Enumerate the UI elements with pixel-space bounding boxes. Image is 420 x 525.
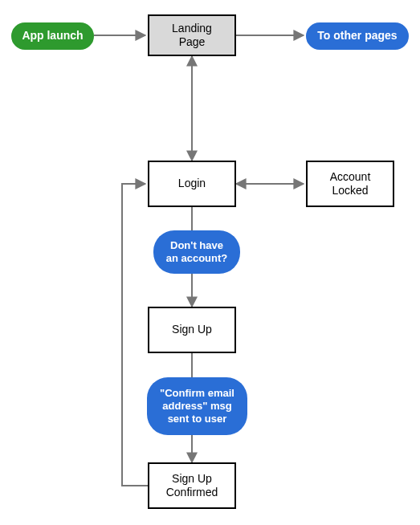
node-label: App launch [22,29,83,43]
node-sign-up: Sign Up [148,307,236,353]
node-label: Sign Up [172,323,212,337]
node-to-other-pages: To other pages [306,22,409,50]
node-label: LandingPage [172,22,212,50]
node-login: Login [148,161,236,207]
annotation-no-account: Don't havean account? [153,230,240,274]
edge-confirmed-back-to-login [122,184,148,486]
node-sign-up-confirmed: Sign UpConfirmed [148,462,236,509]
node-label: Sign UpConfirmed [166,472,218,500]
annotation-confirm-email: "Confirm emailaddress" msgsent to user [147,377,247,435]
node-landing-page: LandingPage [148,14,236,56]
node-account-locked: AccountLocked [306,161,394,207]
flow-diagram: App launch LandingPage To other pages Lo… [0,0,420,525]
node-label: To other pages [317,29,397,43]
node-label: AccountLocked [330,170,371,198]
annotation-text: "Confirm emailaddress" msgsent to user [160,387,234,426]
node-app-launch: App launch [11,22,94,50]
annotation-text: Don't havean account? [166,239,228,266]
node-label: Login [178,177,206,191]
